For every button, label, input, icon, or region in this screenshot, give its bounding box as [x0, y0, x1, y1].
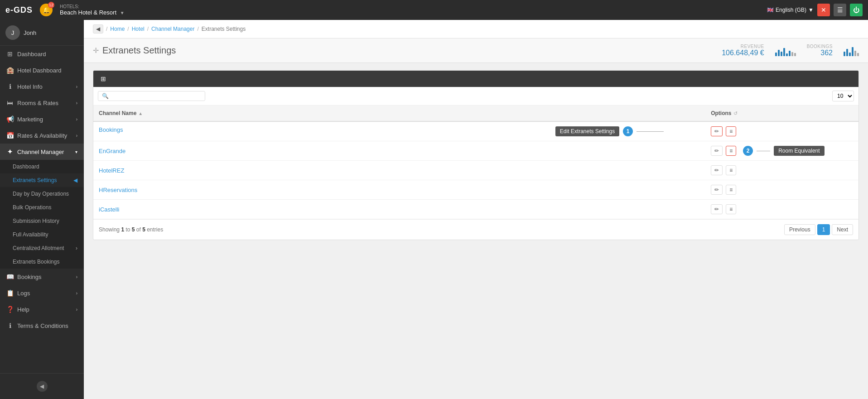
- dashboard-icon: ⊞: [6, 50, 14, 58]
- search-input[interactable]: [111, 93, 201, 99]
- bookings-stat: BOOKINGS 362: [807, 44, 833, 57]
- col-channel-name: Channel Name ▲: [93, 106, 705, 121]
- breadcrumb-sep-0: /: [106, 26, 107, 32]
- chart-bar: [789, 51, 791, 56]
- sidebar-item-dashboard[interactable]: ⊞ Dashboard: [0, 46, 84, 62]
- sidebar-item-channel-manager[interactable]: ✦ Channel Manager ▾: [0, 144, 84, 160]
- menu-button-engrande[interactable]: ≡: [726, 146, 736, 156]
- sidebar-item-help[interactable]: ❓ Help ›: [0, 301, 84, 317]
- sidebar-item-logs[interactable]: 📋 Logs ›: [0, 285, 84, 301]
- chart-bar: [846, 49, 848, 56]
- close-button[interactable]: ✕: [817, 4, 830, 16]
- sidebar-sub-cm-full-avail[interactable]: Full Availability: [0, 228, 84, 241]
- sidebar-item-rooms-rates[interactable]: 🛏 Rooms & Rates ›: [0, 95, 84, 111]
- revenue-chart: [775, 45, 796, 56]
- edit-button-icastelli[interactable]: ✏: [711, 204, 723, 214]
- back-button[interactable]: ◀: [93, 24, 103, 34]
- reset-sort-button[interactable]: ↺: [733, 111, 738, 116]
- channels-table: Channel Name ▲ Options ↺: [93, 106, 858, 219]
- channel-manager-chevron: ▾: [75, 149, 77, 154]
- terms-icon: ℹ: [6, 322, 14, 329]
- sidebar-sub-cm-centralized[interactable]: Centralized Allotment ›: [0, 241, 84, 255]
- search-icon: 🔍: [102, 93, 109, 99]
- nav-left: e-GDS 🔔 12 HOTELS: Beach Hotel & Resort …: [5, 4, 125, 16]
- edit-button-bookings[interactable]: ✏: [711, 126, 723, 136]
- breadcrumb-sep-2: /: [147, 26, 149, 32]
- sort-icon-channel[interactable]: ▲: [138, 111, 143, 116]
- table-grid-button[interactable]: ⊞: [98, 74, 109, 83]
- table-row: EnGrande ✏ ≡ 2 Room Equivalent: [93, 141, 858, 161]
- language-selector[interactable]: 🇬🇧 English (GB) ▼: [767, 7, 814, 13]
- hotel-name-top[interactable]: Beach Hotel & Resort ▼: [60, 9, 125, 16]
- stats-section: REVENUE 106.648,49 € BOOKINGS 362: [722, 44, 859, 57]
- sidebar-sub-cm-extranets[interactable]: Extranets Settings ◀: [0, 173, 84, 187]
- page-header: ✛ Extranets Settings REVENUE 106.648,49 …: [84, 38, 868, 63]
- table-header-row: Channel Name ▲ Options ↺: [93, 106, 858, 121]
- sidebar: J Jonh ⊞ Dashboard 🏨 Hotel Dashboard ℹ H…: [0, 20, 84, 399]
- options-cell-4: ✏ ≡: [705, 180, 858, 200]
- sidebar-item-bookings[interactable]: 📖 Bookings ›: [0, 269, 84, 285]
- breadcrumb-channel-manager[interactable]: Channel Manager: [151, 26, 194, 32]
- sidebar-item-hotel-info[interactable]: ℹ Hotel Info ›: [0, 78, 84, 95]
- menu-button-icastelli[interactable]: ≡: [726, 204, 736, 214]
- menu-button-hotelrez[interactable]: ≡: [726, 165, 736, 175]
- breadcrumb-hotel[interactable]: Hotel: [132, 26, 145, 32]
- edit-button-hotelrez[interactable]: ✏: [711, 165, 723, 175]
- chart-bar: [781, 52, 782, 56]
- channel-manager-submenu: Dashboard Extranets Settings ◀ Day by Da…: [0, 160, 84, 269]
- bookings-value: 362: [820, 49, 833, 57]
- options-cell-1: ✏ ≡: [705, 121, 858, 141]
- hotel-info-icon: ℹ: [6, 83, 14, 90]
- main-layout: J Jonh ⊞ Dashboard 🏨 Hotel Dashboard ℹ H…: [0, 20, 868, 399]
- username: Jonh: [24, 29, 36, 36]
- table-wrapper: ⊞ 🔍 10 25 50: [93, 70, 859, 240]
- edit-button-engrande[interactable]: ✏: [711, 146, 723, 156]
- search-input-wrap: 🔍: [98, 91, 205, 101]
- sidebar-item-terms[interactable]: ℹ Terms & Conditions: [0, 317, 84, 334]
- sidebar-collapse-button[interactable]: ◀: [0, 377, 84, 395]
- tooltip-bubble-2: 2: [743, 146, 753, 156]
- chart-bar: [857, 53, 859, 56]
- bookings-chart: [844, 45, 859, 56]
- table-row: Bookings Edit Extranets Settings 1 ✏: [93, 121, 858, 141]
- move-icon: ✛: [93, 46, 99, 55]
- breadcrumb-home[interactable]: Home: [110, 26, 125, 32]
- sidebar-sub-cm-dashboard[interactable]: Dashboard: [0, 160, 84, 173]
- help-chevron: ›: [76, 307, 77, 312]
- table-row: HReservations ✏ ≡: [93, 180, 858, 200]
- tooltip-text-1: Edit Extranets Settings: [555, 126, 619, 136]
- channel-name-icastelli: iCastelli: [99, 206, 120, 213]
- sidebar-sub-cm-bulk[interactable]: Bulk Operations: [0, 201, 84, 214]
- sidebar-item-hotel-dashboard[interactable]: 🏨 Hotel Dashboard: [0, 62, 84, 78]
- sidebar-sub-cm-day-by-day[interactable]: Day by Day Operations: [0, 187, 84, 201]
- menu-button[interactable]: ☰: [834, 4, 846, 16]
- page-1-button[interactable]: 1: [817, 224, 830, 235]
- bookings-icon: 📖: [6, 273, 14, 280]
- table-container: ⊞ 🔍 10 25 50: [84, 63, 868, 399]
- menu-button-hreservations[interactable]: ≡: [726, 185, 736, 195]
- page-title: Extranets Settings: [102, 45, 176, 56]
- breadcrumb-sep-3: /: [197, 26, 198, 32]
- breadcrumb-sep-1: /: [127, 26, 129, 32]
- chart-bar: [783, 48, 785, 56]
- table-toolbar: ⊞: [93, 71, 858, 87]
- per-page-select[interactable]: 10 25 50: [832, 91, 854, 101]
- sidebar-item-marketing[interactable]: 📢 Marketing ›: [0, 111, 84, 127]
- sidebar-sub-cm-ext-bookings[interactable]: Extranets Bookings: [0, 255, 84, 269]
- previous-page-button[interactable]: Previous: [784, 224, 815, 235]
- showing-text: Showing 1 to 5 of 5 entries: [99, 226, 163, 233]
- power-button[interactable]: ⏻: [850, 4, 863, 16]
- sidebar-item-rates-availability[interactable]: 📅 Rates & Availability ›: [0, 127, 84, 144]
- menu-button-bookings[interactable]: ≡: [726, 126, 736, 136]
- notification-button[interactable]: 🔔 12: [40, 4, 53, 16]
- page-title-section: ✛ Extranets Settings: [93, 45, 176, 56]
- sidebar-sub-cm-submission[interactable]: Submission History: [0, 214, 84, 228]
- options-cell-2: ✏ ≡ 2 Room Equivalent: [705, 141, 858, 161]
- extranets-active-indicator: ◀: [73, 177, 77, 183]
- bookings-chevron: ›: [76, 274, 77, 279]
- sidebar-bottom: ◀: [0, 373, 84, 399]
- chart-bar: [849, 53, 851, 56]
- edit-button-hreservations[interactable]: ✏: [711, 185, 723, 195]
- next-page-button[interactable]: Next: [832, 224, 853, 235]
- chart-bar: [854, 51, 856, 56]
